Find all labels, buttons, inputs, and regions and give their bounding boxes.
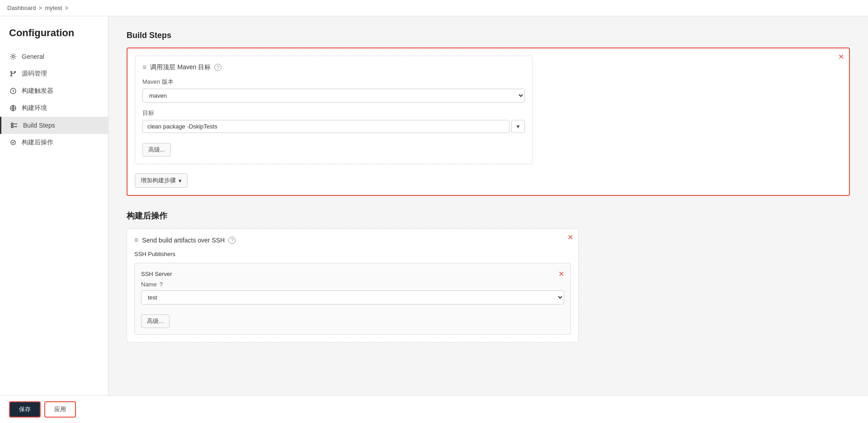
goals-input-group: ▼ [142, 120, 525, 133]
sidebar-item-triggers[interactable]: 构建触发器 [0, 82, 108, 100]
sidebar: Configuration General 源码管理 [0, 16, 108, 423]
apply-button[interactable]: 应用 [44, 401, 76, 418]
sidebar-item-env-label: 构建环境 [22, 104, 47, 112]
sidebar-item-env[interactable]: 构建环境 [0, 100, 108, 117]
sidebar-item-build-steps-label: Build Steps [23, 122, 55, 129]
maven-help-icon[interactable]: ? [214, 64, 222, 71]
sidebar-item-source[interactable]: 源码管理 [0, 65, 108, 82]
branch-icon [9, 70, 17, 78]
ssh-advanced-btn[interactable]: 高级... [141, 314, 170, 328]
globe-icon [9, 104, 17, 112]
breadcrumb-sep1: > [39, 5, 42, 11]
sidebar-item-build-steps[interactable]: Build Steps [0, 117, 108, 134]
svg-point-1 [11, 71, 12, 73]
drag-icon: ≡ [142, 63, 146, 71]
post-build-icon [9, 138, 17, 147]
post-build-title: 构建后操作 [127, 210, 850, 221]
goals-input[interactable] [142, 120, 509, 133]
goals-group: 目标 ▼ [142, 109, 525, 133]
sidebar-item-post-build[interactable]: 构建后操作 [0, 134, 108, 151]
build-steps-section: Build Steps ≡ 调用顶层 Maven 目标 ? ✕ Maven 版本… [127, 31, 850, 196]
maven-version-select[interactable]: maven [142, 89, 525, 103]
maven-card-close[interactable]: ✕ [836, 52, 845, 61]
maven-card-header: ≡ 调用顶层 Maven 目标 ? [142, 63, 525, 71]
breadcrumb-sep2: > [65, 5, 69, 11]
svg-rect-7 [11, 126, 13, 128]
save-button[interactable]: 保存 [9, 401, 41, 418]
goals-dropdown-btn[interactable]: ▼ [511, 120, 525, 133]
breadcrumb-project[interactable]: mytest [45, 5, 62, 11]
svg-point-3 [14, 71, 16, 73]
ssh-server-title: SSH Server [141, 271, 172, 277]
ssh-name-label-row: Name ? [141, 281, 564, 288]
ssh-server-card: SSH Server ✕ Name ? test 高级... [134, 263, 571, 335]
svg-point-2 [11, 75, 12, 76]
maven-version-group: Maven 版本 maven [142, 78, 525, 103]
add-step-container: 增加构建步骤 ▾ [135, 170, 842, 188]
ssh-drag-icon: ≡ [134, 236, 138, 244]
breadcrumb: Dashboard > mytest > [0, 0, 868, 16]
ssh-name-group: Name ? test [141, 281, 564, 304]
ssh-server-header: SSH Server ✕ [141, 270, 564, 278]
add-step-btn[interactable]: 增加构建步骤 ▾ [135, 173, 188, 188]
post-build-section: 构建后操作 ✕ ≡ Send build artifacts over SSH … [127, 210, 850, 342]
sidebar-title: Configuration [0, 27, 108, 48]
list-icon [10, 121, 19, 129]
ssh-name-help-icon[interactable]: ? [160, 281, 163, 288]
sidebar-item-general-label: General [22, 53, 44, 60]
sidebar-item-general[interactable]: General [0, 48, 108, 65]
gear-icon [9, 52, 17, 61]
ssh-publishers-label: SSH Publishers [134, 251, 571, 257]
svg-point-0 [12, 56, 14, 58]
ssh-card-header: ≡ Send build artifacts over SSH ? [134, 236, 571, 244]
sidebar-item-triggers-label: 构建触发器 [22, 87, 53, 95]
ssh-card: ✕ ≡ Send build artifacts over SSH ? SSH … [127, 228, 579, 342]
ssh-name-select[interactable]: test [141, 290, 564, 304]
sidebar-item-source-label: 源码管理 [22, 70, 47, 78]
main-content: Build Steps ≡ 调用顶层 Maven 目标 ? ✕ Maven 版本… [108, 16, 868, 423]
maven-advanced-btn[interactable]: 高级... [142, 143, 171, 157]
svg-rect-6 [11, 123, 13, 125]
maven-version-label: Maven 版本 [142, 78, 525, 86]
build-steps-title: Build Steps [127, 31, 850, 40]
clock-icon [9, 87, 17, 95]
sidebar-item-post-build-label: 构建后操作 [22, 138, 53, 147]
maven-step-inner: ≡ 调用顶层 Maven 目标 ? ✕ Maven 版本 maven 目标 [135, 56, 533, 164]
ssh-card-close[interactable]: ✕ [566, 233, 575, 242]
ssh-help-icon[interactable]: ? [228, 237, 236, 244]
ssh-server-close[interactable]: ✕ [558, 270, 564, 278]
ssh-card-title: Send build artifacts over SSH [142, 237, 225, 244]
bottom-action-bar: 保存 应用 [0, 395, 868, 423]
breadcrumb-dashboard[interactable]: Dashboard [7, 5, 36, 11]
goals-label: 目标 [142, 109, 525, 117]
maven-step-card: ≡ 调用顶层 Maven 目标 ? ✕ Maven 版本 maven 目标 [127, 48, 850, 196]
maven-card-title: 调用顶层 Maven 目标 [150, 63, 211, 71]
